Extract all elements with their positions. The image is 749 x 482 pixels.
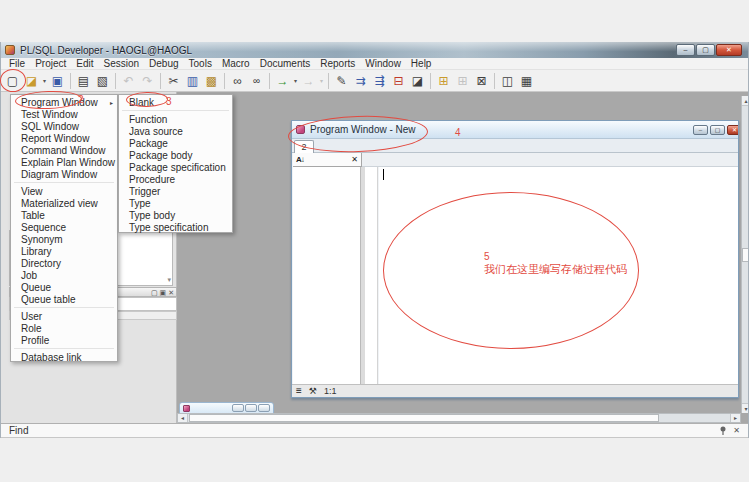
program-window-title-bar[interactable]: Program Window - New – ▢ ✕ xyxy=(292,121,738,139)
menu-item-synonym[interactable]: Synonym xyxy=(11,233,117,245)
submenu-item-package[interactable]: Package xyxy=(119,137,232,149)
undo-icon[interactable]: ↶ xyxy=(119,71,138,90)
find-label: Find xyxy=(9,425,28,436)
submenu-item-type-specification[interactable]: Type specification xyxy=(119,221,232,233)
pane-close-icon[interactable]: ✕ xyxy=(351,155,358,164)
title-bar[interactable]: PL/SQL Developer - HAOGL@HAOGL – ▢ ✕ xyxy=(1,42,748,58)
menu-window[interactable]: Window xyxy=(360,58,406,69)
find-icon[interactable]: ∞ xyxy=(228,71,247,90)
menu-item-view[interactable]: View xyxy=(11,185,117,197)
dock-close-icon[interactable]: ✕ xyxy=(168,289,174,296)
menu-file[interactable]: File xyxy=(4,58,30,69)
menu-separator xyxy=(14,303,114,308)
menu-item-table[interactable]: Table xyxy=(11,209,117,221)
code-contents-list[interactable] xyxy=(293,167,361,384)
menu-item-directory[interactable]: Directory xyxy=(11,257,117,269)
menu-item-test-window[interactable]: Test Window xyxy=(11,108,117,120)
menu-item-library[interactable]: Library xyxy=(11,245,117,257)
unit-tab[interactable]: 2 xyxy=(294,140,314,153)
import-dropdown-caret-icon[interactable]: ▾ xyxy=(292,77,299,84)
menu-debug[interactable]: Debug xyxy=(144,58,183,69)
copy-icon[interactable]: ▥ xyxy=(183,71,202,90)
menu-item-command-window[interactable]: Command Window xyxy=(11,144,117,156)
horizontal-scroll-thumb[interactable]: ··· xyxy=(189,414,659,422)
modified-indicator-icon: ≡ xyxy=(296,386,302,396)
maximize-button[interactable]: ▢ xyxy=(696,44,715,56)
vertical-scroll-thumb[interactable] xyxy=(742,248,748,262)
menu-item-sql-window[interactable]: SQL Window xyxy=(11,120,117,132)
menu-documents[interactable]: Documents xyxy=(255,58,316,69)
minimized-restore-button[interactable] xyxy=(245,404,257,412)
submenu-item-function[interactable]: Function xyxy=(119,113,232,125)
pin-icon[interactable] xyxy=(719,426,727,436)
menu-project[interactable]: Project xyxy=(30,58,71,69)
submenu-item-trigger[interactable]: Trigger xyxy=(119,185,232,197)
scroll-left-icon[interactable]: ◂ xyxy=(178,414,188,422)
submenu-item-type-body[interactable]: Type body xyxy=(119,209,232,221)
save-icon[interactable]: ▣ xyxy=(48,71,67,90)
export-dropdown-caret-icon[interactable]: ▾ xyxy=(318,77,325,84)
menu-item-database-link[interactable]: Database link xyxy=(11,351,117,363)
menu-item-job[interactable]: Job xyxy=(11,269,117,281)
minimize-button[interactable]: – xyxy=(676,44,695,56)
open-icon[interactable]: ◪ xyxy=(22,71,41,90)
page-options-icon[interactable]: ◪ xyxy=(408,71,427,90)
menu-reports[interactable]: Reports xyxy=(315,58,360,69)
menu-item-user[interactable]: User xyxy=(11,310,117,322)
table-disabled-icon: ⊞ xyxy=(453,71,472,90)
submenu-item-procedure[interactable]: Procedure xyxy=(119,173,232,185)
redo-icon[interactable]: ↷ xyxy=(138,71,157,90)
scroll-right-icon[interactable]: ▸ xyxy=(730,414,740,422)
horizontal-scrollbar[interactable]: ◂ ··· ▸ xyxy=(177,413,741,423)
find-next-icon[interactable]: ∞ xyxy=(247,71,266,90)
new-document-icon[interactable]: ▢ xyxy=(3,71,22,90)
submenu-item-java-source[interactable]: Java source xyxy=(119,125,232,137)
menu-item-role[interactable]: Role xyxy=(11,322,117,334)
menu-item-queue[interactable]: Queue xyxy=(11,281,117,293)
tile-windows-icon[interactable]: ▦ xyxy=(517,71,536,90)
submenu-item-package-body[interactable]: Package body xyxy=(119,149,232,161)
compile-icon[interactable]: ⇉ xyxy=(351,71,370,90)
menu-session[interactable]: Session xyxy=(98,58,144,69)
menu-item-sequence[interactable]: Sequence xyxy=(11,221,117,233)
export-icon[interactable]: → xyxy=(299,71,318,90)
submenu-item-type[interactable]: Type xyxy=(119,197,232,209)
child-close-button[interactable]: ✕ xyxy=(727,125,739,135)
cut-icon[interactable]: ✂ xyxy=(164,71,183,90)
import-icon[interactable]: → xyxy=(273,71,292,90)
menu-tools[interactable]: Tools xyxy=(184,58,217,69)
table-options-icon[interactable]: ⊠ xyxy=(472,71,491,90)
find-close-icon[interactable]: ✕ xyxy=(733,426,740,435)
menu-edit[interactable]: Edit xyxy=(71,58,98,69)
scroll-down-icon[interactable]: ▾ xyxy=(742,403,748,413)
menu-item-explain-plan-window[interactable]: Explain Plan Window xyxy=(11,156,117,168)
child-maximize-button[interactable]: ▢ xyxy=(710,125,725,135)
paste-icon[interactable]: ▩ xyxy=(202,71,221,90)
menu-item-materialized-view[interactable]: Materialized view xyxy=(11,197,117,209)
scroll-up-icon[interactable]: ▴ xyxy=(742,96,748,106)
minimized-close-button[interactable] xyxy=(258,404,270,412)
sort-icon[interactable]: A↓ xyxy=(296,155,304,164)
code-editor[interactable] xyxy=(379,167,738,384)
dock-pin-icon[interactable]: ▣ xyxy=(160,289,167,296)
compile-debug-icon[interactable]: ⇶ xyxy=(370,71,389,90)
menu-help[interactable]: Help xyxy=(406,58,437,69)
remove-page-icon[interactable]: ⊟ xyxy=(389,71,408,90)
new-table-icon[interactable]: ⊞ xyxy=(434,71,453,90)
print-icon[interactable]: ▤ xyxy=(74,71,93,90)
scroll-down-icon[interactable]: ▾ xyxy=(167,276,171,284)
submenu-item-package-specification[interactable]: Package specification xyxy=(119,161,232,173)
child-minimize-button[interactable]: – xyxy=(693,125,708,135)
dock-restore-icon[interactable]: ▢ xyxy=(151,289,158,296)
menu-item-program-window[interactable]: Program Window ▸ xyxy=(11,96,117,108)
print-preview-icon[interactable]: ▧ xyxy=(93,71,112,90)
minimized-minimize-button[interactable] xyxy=(232,404,244,412)
vertical-scrollbar[interactable]: ▴ ▾ xyxy=(741,96,748,413)
close-button[interactable]: ✕ xyxy=(716,44,742,56)
menu-macro[interactable]: Macro xyxy=(217,58,255,69)
edit-page-icon[interactable]: ✎ xyxy=(332,71,351,90)
menu-item-report-window[interactable]: Report Window xyxy=(11,132,117,144)
open-dropdown-caret-icon[interactable]: ▾ xyxy=(41,77,48,84)
program-window-submenu: Blank Function Java source Package Packa… xyxy=(118,94,233,233)
cascade-windows-icon[interactable]: ◫ xyxy=(498,71,517,90)
